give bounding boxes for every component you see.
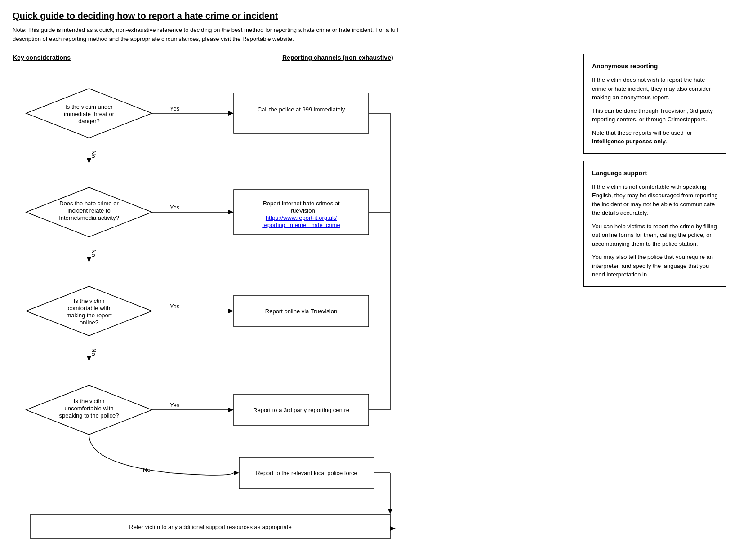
svg-text:https://www.report-it.org.uk/: https://www.report-it.org.uk/ <box>266 214 337 221</box>
svg-marker-55 <box>388 509 392 514</box>
svg-text:Is the victim: Is the victim <box>74 298 105 304</box>
svg-text:Internet/media activity?: Internet/media activity? <box>59 214 119 221</box>
page-subtitle: Note: This guide is intended as a quick,… <box>13 26 417 43</box>
svg-text:No: No <box>90 151 97 158</box>
svg-marker-39 <box>87 356 91 361</box>
svg-rect-7 <box>234 93 369 133</box>
svg-text:Report online via Truevision: Report online via Truevision <box>265 308 337 315</box>
language-support-box: Language support If the victim is not co… <box>583 161 726 287</box>
anonymous-reporting-title: Anonymous reporting <box>592 62 718 71</box>
language-p1: If the victim is not comfortable with sp… <box>592 182 718 218</box>
page-title: Quick guide to deciding how to report a … <box>13 11 726 21</box>
svg-text:Report to a 3rd party reportin: Report to a 3rd party reporting centre <box>253 407 349 413</box>
svg-text:speaking to the police?: speaking to the police? <box>59 412 119 419</box>
left-panel: Key considerations Reporting channels (n… <box>13 54 574 528</box>
svg-text:Refer victim to any additional: Refer victim to any additional support r… <box>129 524 291 530</box>
svg-text:Yes: Yes <box>170 303 180 310</box>
language-p3: You may also tell the police that you re… <box>592 253 718 279</box>
anonymous-reporting-box: Anonymous reporting If the victim does n… <box>583 54 726 154</box>
svg-text:Yes: Yes <box>170 402 180 409</box>
svg-marker-6 <box>228 111 234 116</box>
svg-text:Yes: Yes <box>170 204 180 211</box>
svg-text:comfortable with: comfortable with <box>68 305 111 311</box>
anonymous-p1: If the victim does not wish to report th… <box>592 76 718 102</box>
svg-text:uncomfortable with: uncomfortable with <box>64 405 113 412</box>
svg-text:TrueVision: TrueVision <box>287 207 315 214</box>
right-panel: Anonymous reporting If the victim does n… <box>574 54 726 528</box>
svg-text:incident relate to: incident relate to <box>67 207 110 214</box>
svg-text:No: No <box>90 249 97 257</box>
svg-marker-50 <box>234 471 239 475</box>
key-considerations-header: Key considerations <box>13 54 183 61</box>
svg-text:Report internet hate crimes at: Report internet hate crimes at <box>263 200 340 207</box>
language-p2: You can help victims to report the crime… <box>592 222 718 249</box>
svg-text:No: No <box>90 348 97 356</box>
svg-text:danger?: danger? <box>78 118 100 124</box>
svg-text:Yes: Yes <box>170 105 180 112</box>
anonymous-p3: Note that these reports will be used for… <box>592 129 718 146</box>
svg-text:Report to the relevant local p: Report to the relevant local police forc… <box>256 470 357 476</box>
svg-marker-65 <box>390 526 396 531</box>
svg-marker-18 <box>228 210 234 214</box>
svg-text:No: No <box>143 467 151 473</box>
svg-marker-34 <box>228 309 234 313</box>
reporting-channels-header: Reporting channels (non-exhaustive) <box>282 54 393 61</box>
svg-text:Call the police at 999 immedia: Call the police at 999 immediately <box>258 106 345 113</box>
svg-text:Is the victim under: Is the victim under <box>65 103 113 110</box>
svg-marker-46 <box>228 408 234 412</box>
svg-text:reporting_internet_hate_crime: reporting_internet_hate_crime <box>262 222 340 228</box>
svg-marker-11 <box>87 158 91 164</box>
bold-phrase: intelligence purposes only <box>592 138 666 145</box>
svg-text:immediate threat or: immediate threat or <box>64 111 115 117</box>
anonymous-p2: This can be done through Truevision, 3rd… <box>592 107 718 124</box>
svg-text:making the report: making the report <box>66 312 112 319</box>
svg-marker-26 <box>87 257 91 262</box>
flowchart: Is the victim under immediate threat or … <box>13 68 417 528</box>
svg-text:Is the victim: Is the victim <box>74 398 105 404</box>
svg-text:Does the hate crime or: Does the hate crime or <box>59 200 119 207</box>
svg-text:online?: online? <box>80 319 98 326</box>
language-support-title: Language support <box>592 169 718 178</box>
flow-diagram: Is the victim under immediate threat or … <box>13 68 417 527</box>
